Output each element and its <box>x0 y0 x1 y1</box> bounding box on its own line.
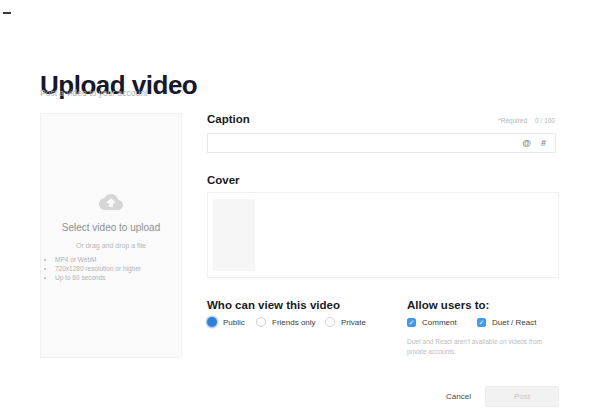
radio-option-private[interactable]: Private <box>325 317 366 327</box>
cloud-upload-icon <box>99 192 123 212</box>
hashtag-icon[interactable]: # <box>541 138 546 148</box>
page-subtitle: Post a video to your account <box>40 88 147 98</box>
radio-option-label: Public <box>223 318 245 327</box>
radio-option-public[interactable]: Public <box>207 317 245 327</box>
post-button[interactable]: Post <box>485 386 559 407</box>
caption-field-container: @ # <box>207 133 556 153</box>
checkbox-option-duet-react[interactable]: ✓ Duet / React <box>477 318 536 327</box>
checkbox-option-label: Duet / React <box>492 318 536 327</box>
caption-counter: 0 / 100 <box>535 117 555 124</box>
privacy-label: Who can view this video <box>207 299 340 311</box>
video-upload-dropzone[interactable]: Select video to upload Or drag and drop … <box>40 113 182 358</box>
checkbox-option-label: Comment <box>422 318 457 327</box>
caption-meta: *Required0 / 100 <box>207 117 555 124</box>
select-video-label: Select video to upload <box>62 222 160 233</box>
permissions-label: Allow users to: <box>407 299 489 311</box>
radio-icon[interactable] <box>325 317 335 327</box>
mention-icon[interactable]: @ <box>522 138 531 148</box>
radio-icon[interactable] <box>256 317 266 327</box>
radio-option-label: Friends only <box>272 318 316 327</box>
cancel-button[interactable]: Cancel <box>440 390 477 403</box>
radio-icon[interactable] <box>207 317 217 327</box>
caption-input[interactable] <box>208 139 522 148</box>
checkbox-option-comment[interactable]: ✓ Comment <box>407 318 457 327</box>
check-mark-icon: ✓ <box>479 319 485 326</box>
requirement-item: Up to 60 seconds <box>55 275 141 282</box>
requirement-item: MP4 or WebM <box>55 257 141 264</box>
check-mark-icon: ✓ <box>409 319 415 326</box>
permissions-note: Duet and React aren't available on video… <box>407 337 547 357</box>
requirement-item: 720x1280 resolution or higher <box>55 266 141 273</box>
drag-drop-label: Or drag and drop a file <box>76 242 146 249</box>
cover-thumbnail[interactable] <box>213 199 255 271</box>
radio-option-label: Private <box>341 318 366 327</box>
radio-option-friends-only[interactable]: Friends only <box>256 317 316 327</box>
checkbox-icon[interactable]: ✓ <box>477 318 486 327</box>
upload-requirements-list: MP4 or WebM 720x1280 resolution or highe… <box>41 257 141 284</box>
cover-label: Cover <box>207 174 240 186</box>
cover-selector[interactable] <box>207 192 559 278</box>
top-left-dash <box>3 12 11 14</box>
checkbox-icon[interactable]: ✓ <box>407 318 416 327</box>
caption-required-label: *Required <box>498 117 527 124</box>
